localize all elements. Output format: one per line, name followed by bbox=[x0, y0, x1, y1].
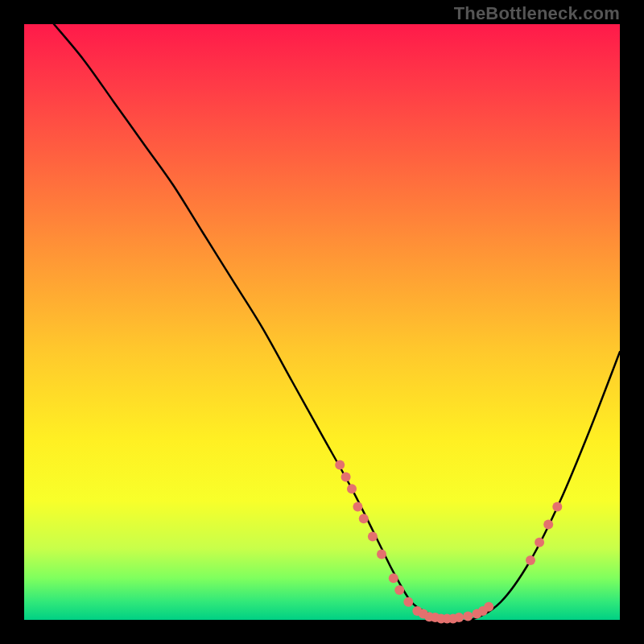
data-markers bbox=[335, 460, 562, 624]
data-marker bbox=[394, 585, 404, 595]
attribution-label: TheBottleneck.com bbox=[454, 3, 620, 24]
chart-plot-area bbox=[24, 24, 620, 620]
chart-frame: TheBottleneck.com bbox=[0, 0, 644, 644]
data-marker bbox=[543, 520, 553, 530]
data-marker bbox=[526, 555, 535, 565]
data-marker bbox=[347, 484, 357, 493]
data-marker bbox=[359, 514, 369, 523]
data-marker bbox=[368, 531, 378, 541]
data-marker bbox=[389, 573, 398, 583]
data-marker bbox=[377, 550, 386, 559]
data-marker bbox=[335, 460, 345, 470]
data-marker bbox=[463, 612, 473, 621]
data-marker bbox=[341, 472, 351, 481]
data-marker bbox=[484, 602, 493, 612]
data-marker bbox=[552, 502, 562, 511]
data-marker bbox=[353, 502, 362, 511]
bottleneck-curve bbox=[54, 24, 620, 621]
data-marker bbox=[403, 597, 413, 607]
data-marker bbox=[454, 613, 464, 622]
data-marker bbox=[535, 538, 544, 547]
chart-svg bbox=[24, 24, 620, 620]
